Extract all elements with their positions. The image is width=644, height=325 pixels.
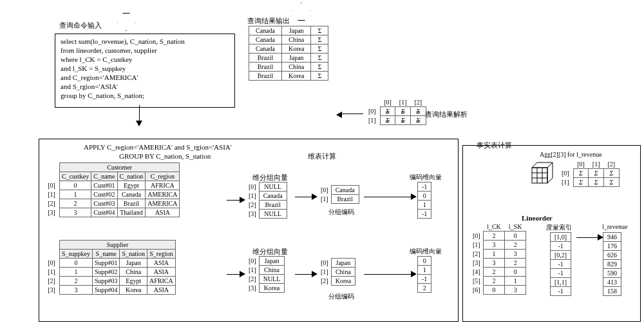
output-arrow-icon (292, 3, 310, 21)
customer-table: Customer C_custkeyC_nameC_nationC_region… (44, 162, 180, 217)
cube-icon (529, 160, 555, 186)
input-arrow-icon (117, 13, 135, 31)
sql-query-box: select sum(lo_revenue), C_nation, S_nati… (55, 34, 235, 108)
dim-calc-label: 维表计算 (308, 152, 336, 161)
parse-matrix: [0][1][2] [0]ΣΣΣ [1]ΣΣΣ (365, 98, 426, 125)
sql-line: select sum(lo_revenue), C_nation, S_nati… (61, 37, 229, 46)
groupby-label: GROUP BY C_nation, S_nation (119, 152, 211, 160)
revenue-col: 946 176 626 829 590 413 158 (603, 232, 621, 296)
groupcode-s: [0]Japan [1]China [2]Korea (317, 258, 355, 286)
result-output-label: 查询结果输出 (247, 16, 290, 26)
groupcode-c-label: 分组编码 (328, 208, 354, 217)
agg-matrix: [0][1][2] [0]ΣΣΣ [1]ΣΣΣ (558, 160, 620, 187)
svg-rect-0 (532, 168, 547, 183)
sql-line: and C_region='AMERICA' (61, 73, 229, 82)
supplier-table: Supplier S_suppkeyS_nameS_nationS_region… (44, 240, 176, 295)
svg-marker-6 (547, 162, 553, 183)
dimvec-c-label: 维分组向量 (252, 173, 288, 182)
dimvec-c: [0]NULL [1]Canada [2]Brazil [3]NULL (245, 182, 287, 219)
svg-marker-5 (532, 162, 553, 168)
result-parse-label: 查询结果解析 (425, 110, 468, 119)
groupcode-s-label: 分组编码 (328, 292, 354, 301)
codevec-s: 0 1 -1 2 (417, 256, 431, 293)
codevec-c: -1 0 1 -1 (417, 182, 431, 219)
lineorder-title: Lineorder (522, 214, 553, 222)
measure-index-col: [1,0] -1 [0,2] -1 -1 [1,1] -1 (550, 232, 571, 296)
measure-index-label: 度量索引 (546, 223, 572, 232)
groupcode-c: [0]Canada [1]Brazil (317, 185, 359, 204)
sql-line: group by C_nation, S_nation; (61, 91, 229, 100)
query-input-label: 查询命令输入 (59, 21, 102, 30)
dimvec-s: [0]Japan [1]China [2]NULL [3]Korea (245, 256, 285, 293)
apply-label: APPLY C_region='AMERICA' and S_rgion='AS… (84, 143, 232, 151)
sql-line: and S_rgion='ASIA' (61, 82, 229, 91)
sql-line: where l_CK = C_custkey (61, 55, 229, 64)
dimvec-s-label: 维分组向量 (252, 247, 288, 257)
revenue-header: l_revenue (602, 223, 627, 230)
output-table: CanadaJapanΣ CanadaChinaΣ CanadaKoreaΣ B… (249, 26, 328, 81)
sql-line: and l_SK = S_suppkey (61, 64, 229, 73)
codevec-s-label: 编码维向量 (410, 247, 442, 256)
sql-line: from lineorder, customer, supplier (61, 46, 229, 55)
agg-title: Agg[2][3] for l_revenue (540, 151, 602, 158)
codevec-c-label: 编码维向量 (410, 173, 442, 182)
lineorder-table: l_CKl_SK [0]20 [1]32 [2]13 [3]32 [4]20 [… (469, 222, 526, 295)
fact-calc-label: 事实表计算 (477, 141, 512, 150)
